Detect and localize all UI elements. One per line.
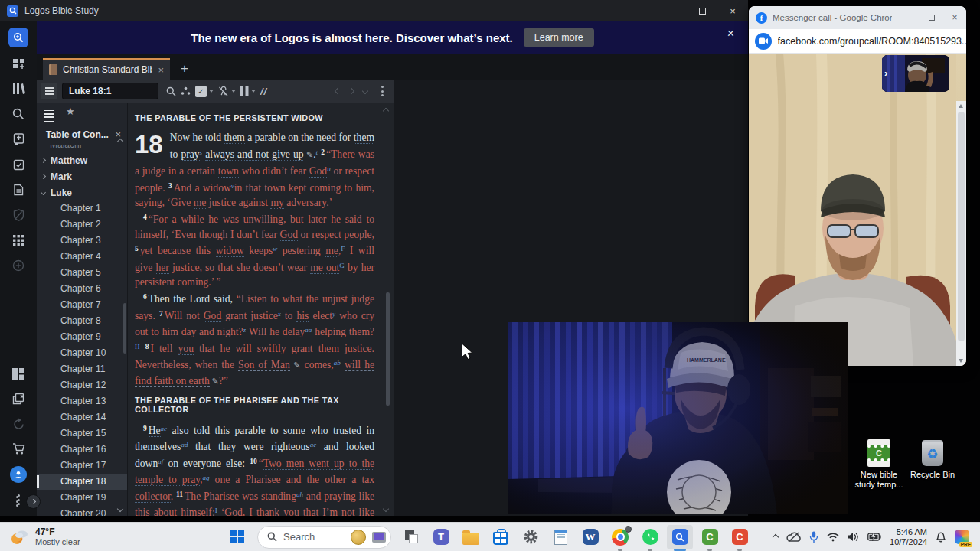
toc-chapter[interactable]: Chapter 3	[37, 233, 127, 249]
tab-christian-standard-bible[interactable]: Christian Standard Bible ×	[43, 58, 170, 80]
chrome-minimize-button[interactable]	[897, 6, 920, 29]
cart-icon[interactable]	[7, 439, 30, 460]
history-dropdown-icon[interactable]	[362, 88, 368, 94]
settings-app[interactable]	[518, 525, 544, 549]
copilot-icon[interactable]: PRE	[955, 530, 969, 544]
search-icon[interactable]	[166, 86, 176, 96]
wifi-icon[interactable]	[827, 533, 839, 542]
minimize-button[interactable]	[656, 0, 687, 21]
panel-menu-icon[interactable]	[381, 86, 384, 96]
maximize-button[interactable]	[687, 0, 717, 21]
close-panels-icon[interactable]	[7, 388, 30, 409]
toc-chapter[interactable]: Chapter 18	[37, 474, 127, 490]
search-highlight-coin-icon[interactable]	[351, 530, 366, 545]
toc-chapter[interactable]: Chapter 15	[37, 425, 127, 442]
text-display-dropdown-icon[interactable]	[218, 86, 236, 96]
toc-chapter[interactable]: Chapter 19	[37, 490, 127, 506]
toc-chapter[interactable]: Chapter 20	[37, 506, 127, 516]
add-circle-icon[interactable]	[7, 255, 30, 276]
start-button[interactable]	[224, 525, 250, 549]
toc-chapter[interactable]: Chapter 5	[37, 265, 127, 281]
library-icon[interactable]	[7, 78, 30, 99]
toc-chapter[interactable]: Chapter 9	[37, 329, 127, 345]
bible-scroll-down-icon[interactable]	[383, 506, 389, 512]
toc-chapter[interactable]: Chapter 4	[37, 249, 127, 265]
back-icon[interactable]	[335, 88, 341, 94]
learn-more-button[interactable]: Learn more	[524, 28, 594, 47]
new-tab-button[interactable]: +	[181, 61, 188, 80]
scroll-up-arrow-icon[interactable]	[959, 104, 963, 108]
parallel-resources-icon[interactable]: //	[260, 86, 267, 97]
forward-icon[interactable]	[348, 88, 354, 94]
task-view-button[interactable]	[398, 525, 424, 549]
visual-filter-icon[interactable]	[181, 86, 191, 96]
teams-app[interactable]: T	[428, 525, 454, 549]
toc-chapter[interactable]: Chapter 10	[37, 345, 127, 361]
footer-kebab-icon[interactable]	[16, 496, 18, 507]
volume-icon[interactable]	[848, 532, 859, 542]
toc-chapter[interactable]: Chapter 13	[37, 393, 127, 409]
toc-chapter[interactable]: Chapter 6	[37, 281, 127, 297]
logos-app[interactable]	[667, 525, 693, 549]
whatsapp-app[interactable]	[637, 525, 663, 549]
microphone-icon[interactable]	[809, 531, 818, 543]
documents-icon[interactable]	[7, 179, 30, 201]
sync-icon[interactable]	[7, 413, 30, 435]
menu-icon[interactable]	[41, 83, 57, 99]
banner-close-icon[interactable]: ×	[727, 27, 734, 41]
toc-scrollbar[interactable]	[123, 303, 126, 354]
tab-close-icon[interactable]: ×	[158, 64, 164, 76]
checkbox-dropdown-icon[interactable]: ✓	[195, 86, 214, 97]
word-app[interactable]: W	[577, 525, 603, 549]
inset-expand-chevron-icon[interactable]: ›	[884, 67, 887, 79]
apps-grid-icon[interactable]	[7, 230, 30, 251]
logos-home-icon[interactable]	[8, 28, 28, 47]
shield-icon[interactable]	[7, 204, 30, 226]
onedrive-icon[interactable]	[786, 532, 801, 543]
toc-chapter[interactable]: Chapter 17	[37, 458, 127, 474]
toc-chapter[interactable]: Chapter 7	[37, 297, 127, 313]
toc-chapter[interactable]: Chapter 1	[37, 201, 127, 217]
file-explorer-app[interactable]	[458, 525, 484, 549]
toc-chapter[interactable]: Chapter 12	[37, 377, 127, 393]
toc-chapter[interactable]: Chapter 2	[37, 217, 127, 233]
camtasia-recorder-app[interactable]: C	[727, 525, 753, 549]
toc-chapter[interactable]: Chapter 8	[37, 313, 127, 329]
toc-book-luke[interactable]: Luke	[37, 184, 127, 201]
camtasia-app[interactable]: C	[697, 525, 723, 549]
toc-bookmarks-tab[interactable]: ★	[66, 104, 75, 122]
guides-icon[interactable]	[7, 154, 30, 175]
expand-sidebar-button[interactable]	[26, 494, 41, 509]
close-button[interactable]: ×	[717, 0, 748, 21]
chrome-url-bar[interactable]: facebook.com/groupcall/ROOM:840515293...	[749, 29, 966, 54]
toc-clipped-item[interactable]: Malachi	[37, 145, 127, 152]
battery-icon[interactable]	[867, 533, 881, 541]
toc-chapter[interactable]: Chapter 16	[37, 442, 127, 458]
search-box[interactable]: Search	[257, 526, 391, 549]
clock[interactable]: 5:46 AM 10/7/2024	[890, 527, 927, 547]
notepad-app[interactable]	[547, 525, 573, 549]
toc-chapter[interactable]: Chapter 14	[37, 409, 127, 425]
notification-bell-icon[interactable]	[936, 531, 946, 543]
toc-list-tab[interactable]	[44, 110, 54, 122]
chrome-app[interactable]	[607, 525, 633, 549]
account-icon[interactable]	[7, 464, 30, 485]
scroll-down-arrow-icon[interactable]	[959, 359, 963, 363]
chrome-close-button[interactable]: ×	[943, 6, 966, 29]
toc-book-mark[interactable]: Mark	[37, 168, 127, 184]
layouts-icon[interactable]	[7, 363, 30, 384]
desktop-icon-video-file[interactable]: CNew bible study temp...	[854, 439, 903, 490]
hidden-icons-chevron[interactable]	[773, 535, 778, 540]
reference-input[interactable]	[62, 83, 158, 99]
self-view-video[interactable]: ›	[882, 55, 949, 92]
toc-chapter[interactable]: Chapter 11	[37, 361, 127, 377]
new-layout-icon[interactable]	[7, 53, 30, 74]
search-highlight-device-icon[interactable]	[372, 532, 386, 543]
bible-scroll-up-icon[interactable]	[383, 108, 389, 114]
bible-scrollbar[interactable]	[386, 292, 390, 406]
columns-dropdown-icon[interactable]	[240, 86, 256, 96]
search-icon[interactable]	[7, 103, 30, 125]
desktop-icon-recycle-bin[interactable]: ♻Recycle Bin	[908, 439, 957, 480]
passage-guide-icon[interactable]	[7, 129, 30, 150]
microsoft-store-app[interactable]	[488, 525, 514, 549]
